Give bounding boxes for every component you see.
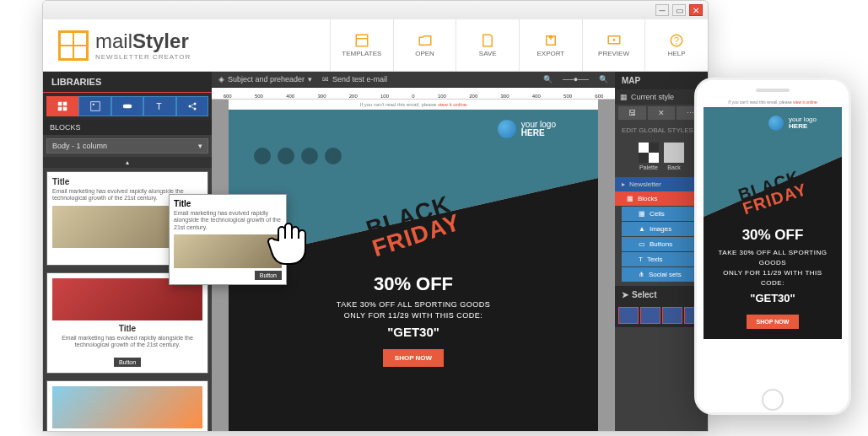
promo-code: "GET30" xyxy=(245,325,581,339)
logo-tagline: NEWSLETTER CREATOR xyxy=(95,53,191,61)
blocks-dropdown[interactable]: Body - 1 column▾ xyxy=(46,138,208,153)
svg-rect-10 xyxy=(90,102,100,111)
view-online-link[interactable]: view it online xyxy=(438,102,466,107)
library-tabs: T xyxy=(43,93,212,120)
placeholder-logo: your logoHERE xyxy=(768,116,817,131)
svg-rect-12 xyxy=(123,105,132,109)
hero-graphics xyxy=(254,148,342,164)
lib-tab-images[interactable] xyxy=(78,96,111,116)
block-template-2[interactable]: Title Email marketing has evolved rapidl… xyxy=(46,272,208,374)
background-button[interactable]: Back xyxy=(664,143,684,170)
mobile-preview: If you can't read this email, please vie… xyxy=(694,78,851,415)
shop-now-button[interactable]: SHOP NOW xyxy=(747,315,800,329)
palette-button[interactable]: Palette xyxy=(639,143,659,170)
style-save-button[interactable]: 🖫 xyxy=(618,106,646,120)
zoom-out-icon[interactable]: 🔍 xyxy=(543,75,553,83)
map-header: MAP xyxy=(615,72,708,89)
svg-point-16 xyxy=(193,108,196,110)
titlebar: ─ ▭ ✕ xyxy=(43,1,708,19)
open-button[interactable]: OPEN xyxy=(393,19,456,71)
subject-button[interactable]: ◈Subject and preheader▾ xyxy=(218,75,312,83)
send-test-button[interactable]: ✉Send test e-mail xyxy=(322,75,387,83)
lib-tab-text[interactable]: T xyxy=(143,96,175,116)
button-icon xyxy=(122,101,132,111)
svg-point-11 xyxy=(92,104,94,105)
text-icon: T xyxy=(154,101,164,111)
style-delete-button[interactable]: ✕ xyxy=(648,106,676,120)
canvas-toolbar: ◈Subject and preheader▾ ✉Send test e-mai… xyxy=(212,72,615,88)
logo-icon xyxy=(58,30,89,61)
libraries-header: LIBRARIES xyxy=(43,72,212,93)
view-online-notice: If you can't read this email, please vie… xyxy=(229,100,598,110)
share-icon xyxy=(187,101,197,111)
preview-icon xyxy=(607,33,622,48)
templates-button[interactable]: TEMPLATES xyxy=(330,19,393,71)
view-online-notice: If you can't read this email, please vie… xyxy=(704,97,842,107)
logo-text-1: mail xyxy=(95,30,132,52)
svg-rect-8 xyxy=(58,107,62,111)
maximize-button[interactable]: ▭ xyxy=(672,4,686,16)
tag-icon: ◈ xyxy=(218,75,224,83)
zoom-slider[interactable]: ──●── xyxy=(563,75,589,83)
block-template-3[interactable] xyxy=(46,380,208,431)
chevron-down-icon: ▾ xyxy=(198,142,202,150)
phone-home-button[interactable] xyxy=(762,389,784,411)
scroll-up-arrow[interactable]: ▴ xyxy=(43,157,212,168)
chevron-down-icon: ▾ xyxy=(308,75,312,83)
block-thumbnail xyxy=(52,386,202,428)
view-online-link[interactable]: view it online xyxy=(793,100,817,105)
phone-screen: If you can't read this email, please vie… xyxy=(704,97,842,384)
lib-tab-buttons[interactable] xyxy=(111,96,143,116)
minimize-button[interactable]: ─ xyxy=(655,4,669,16)
block-button: Button xyxy=(114,358,141,367)
discount-heading: 30% OFF xyxy=(712,227,833,244)
cursor-icon: ➤ xyxy=(622,290,628,299)
main-toolbar: mailStyler NEWSLETTER CREATOR TEMPLATES … xyxy=(43,19,708,72)
promo-code: "GET30" xyxy=(712,292,833,304)
svg-point-14 xyxy=(188,105,191,108)
templates-icon xyxy=(354,33,369,48)
svg-rect-0 xyxy=(356,35,368,46)
export-icon xyxy=(543,33,558,48)
app-window: ─ ▭ ✕ mailStyler NEWSLETTER CREATOR TEMP… xyxy=(42,0,709,432)
placeholder-logo: your logoHERE xyxy=(498,120,556,138)
svg-point-15 xyxy=(193,103,196,105)
svg-text:?: ? xyxy=(674,35,679,46)
svg-rect-7 xyxy=(63,102,67,106)
lib-tab-blocks[interactable] xyxy=(46,96,78,116)
envelope-icon: ✉ xyxy=(322,75,329,83)
select-label: Select xyxy=(632,290,656,299)
zoom-in-icon[interactable]: 🔍 xyxy=(599,75,608,83)
email-offer: 30% OFF TAKE 30% OFF ALL SPORTING GOODS … xyxy=(229,261,598,431)
svg-point-3 xyxy=(612,39,615,41)
image-icon xyxy=(90,101,100,111)
help-button[interactable]: ?HELP xyxy=(644,19,708,71)
grab-cursor-icon xyxy=(261,215,321,274)
phone-speaker xyxy=(756,89,790,92)
folder-open-icon xyxy=(418,33,433,48)
logo-text-2: Styler xyxy=(132,30,189,52)
email-hero: your logoHERE BLACKFRIDAY xyxy=(704,107,842,217)
shop-now-button[interactable]: SHOP NOW xyxy=(383,349,444,367)
svg-rect-6 xyxy=(58,102,62,106)
export-button[interactable]: EXPORT xyxy=(519,19,582,71)
email-offer: 30% OFF TAKE 30% OFF ALL SPORTING GOODS … xyxy=(704,217,842,339)
save-icon xyxy=(480,33,495,48)
help-icon: ? xyxy=(669,33,684,48)
close-button[interactable]: ✕ xyxy=(689,4,703,16)
lib-tab-social[interactable] xyxy=(176,96,208,116)
blocks-section-label: BLOCKS xyxy=(43,120,212,135)
save-button[interactable]: SAVE xyxy=(456,19,519,71)
ruler: 6005004003002001000100200300400500600 xyxy=(212,88,615,100)
palette-icon: ▦ xyxy=(620,93,628,101)
svg-text:T: T xyxy=(157,101,163,111)
app-logo: mailStyler NEWSLETTER CREATOR xyxy=(43,19,330,71)
grid-icon xyxy=(57,101,67,111)
preview-button[interactable]: PREVIEW xyxy=(582,19,645,71)
discount-heading: 30% OFF xyxy=(245,273,581,295)
svg-rect-9 xyxy=(63,107,67,111)
